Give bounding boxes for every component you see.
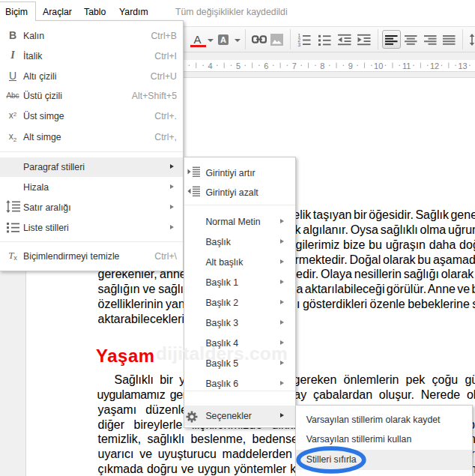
svg-text:13: 13 [458,61,467,70]
svg-text:9: 9 [348,61,353,70]
svg-text:10: 10 [374,61,383,70]
svg-text:8: 8 [320,61,324,70]
svg-text:7: 7 [292,61,297,70]
svg-text:12: 12 [430,61,439,70]
svg-text:5: 5 [236,61,240,70]
svg-text:3: 3 [298,42,301,47]
svg-text:6: 6 [264,61,268,70]
svg-text:11: 11 [402,61,411,70]
svg-text:4: 4 [208,61,212,70]
